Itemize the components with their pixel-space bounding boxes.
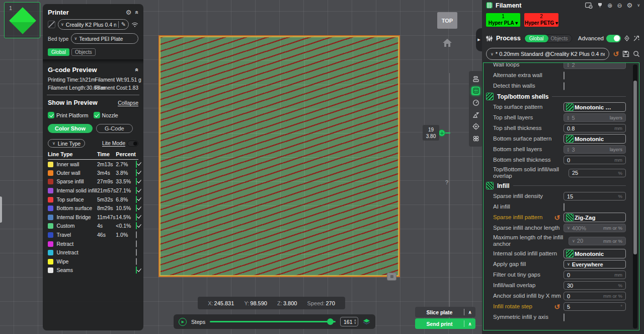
- sparse-infill-pattern-select[interactable]: Zig-Zag: [564, 213, 626, 222]
- tab-objects[interactable]: Objects: [71, 48, 96, 56]
- chevron-down-icon[interactable]: ∨: [637, 3, 640, 8]
- wifi-icon[interactable]: [131, 22, 138, 28]
- bottom-shell-thickness-input[interactable]: 0mm: [564, 156, 626, 164]
- settings-scrollbar-thumb[interactable]: [633, 81, 637, 254]
- shortcut-hint[interactable]: ?: [445, 179, 448, 185]
- gcode-collapse-icon[interactable]: «: [133, 68, 140, 71]
- steps-slider-thumb[interactable]: [327, 318, 334, 325]
- chevron-up-icon[interactable]: ∧: [464, 310, 475, 315]
- line-type-select[interactable]: ∨ Line Type: [48, 139, 85, 148]
- collapse-link[interactable]: Collapse: [118, 100, 138, 106]
- speed-gauge-icon[interactable]: [471, 99, 480, 107]
- steps-value-input[interactable]: 161 ∧∨: [340, 317, 358, 326]
- nozzle-checkbox[interactable]: Nozzle: [94, 112, 118, 118]
- row-checkbox[interactable]: [136, 178, 137, 185]
- row-checkbox[interactable]: [136, 231, 137, 238]
- row-checkbox[interactable]: [136, 196, 137, 203]
- color-show-button[interactable]: Color Show: [48, 124, 93, 133]
- play-icon[interactable]: ▶: [179, 318, 187, 326]
- row-checkbox[interactable]: [136, 161, 137, 168]
- printer-collapse-icon[interactable]: «: [133, 11, 140, 14]
- printer-preset-select[interactable]: ∨ Creality K2 Plus 0.4 nozzle ✎: [58, 19, 129, 30]
- color-painting-icon[interactable]: [623, 35, 630, 42]
- stepper-arrows-icon[interactable]: ∧∨: [354, 319, 357, 324]
- row-checkbox[interactable]: [136, 222, 137, 229]
- stepper-arrows-icon[interactable]: ∧∨: [567, 116, 569, 120]
- ams-icon[interactable]: [585, 3, 593, 9]
- reset-setting-icon[interactable]: ↺: [554, 214, 560, 221]
- row-checkbox[interactable]: [136, 240, 137, 247]
- row-checkbox[interactable]: [136, 258, 137, 265]
- bottom-shell-layers-input[interactable]: ∧∨3layers: [564, 145, 626, 154]
- stepper-arrows-icon[interactable]: ∧∨: [567, 63, 569, 67]
- add-filament-icon[interactable]: ⊕: [607, 2, 612, 9]
- reset-preset-icon[interactable]: ↺: [613, 50, 619, 57]
- line-type-list-icon[interactable]: [471, 75, 480, 83]
- filter-tiny-gaps-input[interactable]: 0mm: [564, 271, 626, 279]
- home-view-icon[interactable]: [442, 38, 452, 47]
- internal-solid-infill-pattern-select[interactable]: Monotonic: [564, 249, 626, 258]
- wall-loops-input[interactable]: ∧∨2: [564, 62, 626, 69]
- steps-slider[interactable]: [210, 321, 336, 322]
- alternate-extra-wall-checkbox[interactable]: [564, 72, 565, 80]
- top-shell-layers-input[interactable]: ∧∨5layers: [564, 113, 626, 122]
- apply-gap-fill-select[interactable]: ∨Everywhere: [564, 260, 626, 269]
- print-platform-checkbox[interactable]: Print Platform: [48, 112, 89, 118]
- slice-plate-button[interactable]: Slice plate ∧: [415, 307, 475, 317]
- lite-mode-toggle[interactable]: [127, 141, 138, 147]
- left-panel-handle[interactable]: [0, 196, 2, 223]
- anchor-solid-infill-input[interactable]: 0mm or %: [564, 292, 626, 300]
- layer-stack-icon[interactable]: [363, 318, 370, 325]
- sync-settings-icon[interactable]: [633, 35, 640, 42]
- process-preset-select[interactable]: ∨ * 0.20mm Standard @Creality K2 Plus 0.…: [486, 48, 609, 60]
- chevron-up-icon[interactable]: ∧: [464, 321, 475, 326]
- filament-1-chip[interactable]: 1 Hyper PLA ▾: [486, 13, 520, 27]
- layer-slider-track[interactable]: [449, 73, 450, 322]
- top-surface-pattern-select[interactable]: Monotonic …: [564, 102, 626, 112]
- tab-global[interactable]: Global: [48, 48, 69, 56]
- infill-rotate-step-input[interactable]: 5°: [564, 302, 626, 311]
- top-shell-thickness-input[interactable]: 0.8mm: [564, 124, 626, 132]
- panel-collapse-tab[interactable]: ▶: [476, 28, 482, 51]
- ai-infill-checkbox[interactable]: [564, 203, 565, 211]
- row-checkbox[interactable]: [136, 266, 137, 274]
- plate-handle-icon[interactable]: [387, 273, 396, 281]
- edit-printer-icon[interactable]: ✎: [118, 21, 126, 28]
- row-checkbox[interactable]: [136, 214, 137, 221]
- printer-settings-gear-icon[interactable]: ⚙: [126, 9, 132, 16]
- plate-thumbnail[interactable]: 1: [4, 2, 40, 38]
- row-checkbox[interactable]: [136, 205, 137, 212]
- nozzle-icon[interactable]: [597, 3, 603, 9]
- filament-2-chip[interactable]: 2 Hyper PETG ▾: [524, 13, 558, 27]
- save-preset-icon[interactable]: [622, 50, 629, 57]
- reset-setting-icon[interactable]: ↺: [554, 303, 560, 310]
- view-cube[interactable]: TOP: [437, 12, 457, 29]
- bottom-surface-pattern-select[interactable]: Monotonic: [564, 134, 626, 144]
- tower-view-icon[interactable]: [471, 110, 480, 119]
- layer-slider-handle[interactable]: [438, 129, 445, 137]
- row-checkbox[interactable]: [136, 249, 137, 256]
- print-object-preview[interactable]: [158, 35, 400, 277]
- symmetric-infill-y-checkbox[interactable]: [564, 313, 565, 321]
- infill-wall-overlap-input[interactable]: 30%: [564, 281, 626, 290]
- detect-thin-walls-checkbox[interactable]: [564, 82, 565, 90]
- send-print-button[interactable]: Send print ∧: [415, 318, 475, 329]
- search-icon[interactable]: [633, 50, 640, 57]
- solid-infill-wall-overlap-input[interactable]: 25%: [569, 169, 626, 177]
- plate-view-icon[interactable]: [471, 87, 480, 95]
- max-infill-anchor-select[interactable]: ∨20mm or %: [569, 237, 626, 245]
- gcode-button[interactable]: G-Code: [96, 124, 133, 133]
- sparse-infill-anchor-length-select[interactable]: ∨400%mm or %: [564, 224, 626, 232]
- calibration-icon[interactable]: [471, 122, 480, 131]
- filament-settings-gear-icon[interactable]: ⚙: [626, 2, 632, 9]
- remove-filament-icon[interactable]: ⊖: [617, 2, 622, 9]
- tab-global[interactable]: Global: [525, 35, 548, 42]
- cluster-icon[interactable]: [471, 135, 480, 143]
- bed-type-select[interactable]: ∨ Textured PEI Plate: [71, 33, 138, 44]
- sparse-infill-density-input[interactable]: 15%: [564, 192, 626, 201]
- stepper-arrows-icon[interactable]: ∧∨: [567, 148, 569, 152]
- tab-objects[interactable]: Objects: [548, 35, 572, 42]
- row-checkbox[interactable]: [136, 187, 137, 194]
- row-checkbox[interactable]: [136, 169, 137, 176]
- advanced-toggle[interactable]: [606, 35, 621, 42]
